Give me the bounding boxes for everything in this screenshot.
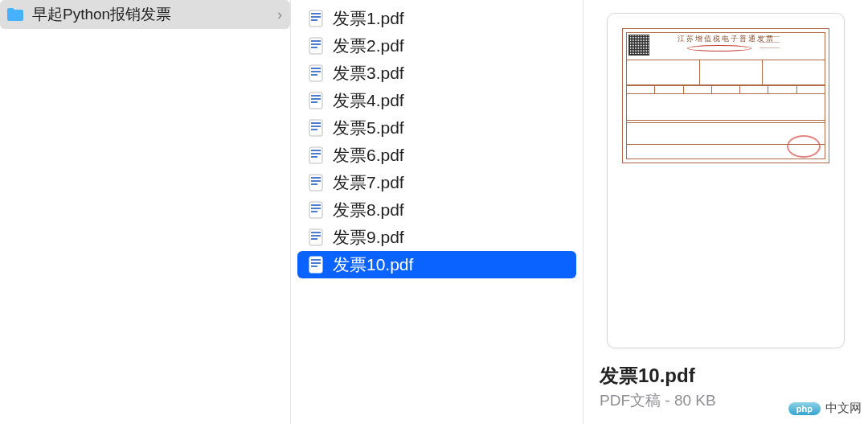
svg-rect-22 [311,153,321,154]
sidebar-item-label: 早起Python报销发票 [32,4,277,25]
file-row[interactable]: 发票3.pdf [297,60,576,87]
site-watermark: php 中文网 [788,401,862,416]
file-name: 发票5.pdf [333,117,404,139]
pdf-file-icon [307,201,325,219]
svg-rect-3 [311,19,317,21]
preview-thumbnail[interactable]: 江苏增值税电子普通发票 ——————————————— [607,13,845,348]
file-name: 发票3.pdf [333,62,404,84]
svg-rect-23 [311,156,317,158]
watermark-text: 中文网 [825,401,862,416]
svg-rect-10 [311,71,321,72]
folder-icon [6,7,24,22]
file-row[interactable]: 发票10.pdf [297,251,576,278]
pdf-file-icon [307,256,325,274]
invoice-document-icon: 江苏增值税电子普通发票 ——————————————— [622,28,829,163]
file-name: 发票2.pdf [333,35,404,57]
svg-rect-7 [311,47,317,48]
svg-rect-18 [311,126,321,127]
file-name: 发票7.pdf [333,171,404,194]
svg-rect-37 [311,259,321,261]
svg-rect-31 [311,211,317,212]
pdf-file-icon [307,228,325,246]
file-name: 发票9.pdf [333,226,404,249]
chevron-right-icon: › [277,6,282,23]
file-row[interactable]: 发票8.pdf [297,196,576,224]
file-row[interactable]: 发票4.pdf [297,87,576,114]
file-row[interactable]: 发票2.pdf [297,32,576,60]
preview-file-size: 80 KB [674,392,716,409]
file-list: 发票1.pdf 发票2.pdf 发票3.pdf 发票4.pdf 发票5.pdf … [291,0,583,424]
svg-rect-26 [311,180,321,182]
svg-rect-6 [311,43,321,45]
pdf-file-icon [307,146,325,164]
file-name: 发票10.pdf [333,253,413,276]
pdf-file-icon [307,64,325,82]
sidebar-item-folder[interactable]: 早起Python报销发票 › [0,0,290,29]
svg-rect-17 [311,122,321,124]
svg-rect-5 [311,40,321,42]
svg-rect-38 [311,262,321,264]
svg-rect-14 [311,98,321,100]
preview-filename: 发票10.pdf [600,363,855,389]
svg-rect-34 [311,235,321,237]
file-name: 发票4.pdf [333,89,404,112]
file-name: 发票6.pdf [333,144,404,167]
svg-rect-27 [311,183,317,185]
svg-rect-11 [311,74,317,76]
svg-rect-2 [311,16,321,18]
svg-rect-29 [311,204,321,206]
file-row[interactable]: 发票5.pdf [297,114,576,142]
svg-rect-25 [311,177,321,179]
file-row[interactable]: 发票7.pdf [297,169,576,196]
pdf-file-icon [307,10,325,27]
svg-rect-21 [311,150,321,151]
svg-rect-13 [311,95,321,97]
file-name: 发票8.pdf [333,199,404,221]
pdf-file-icon [307,37,325,55]
preview-file-type: PDF文稿 [600,392,661,409]
watermark-badge: php [788,402,821,415]
svg-rect-35 [311,238,317,240]
svg-rect-15 [311,101,317,103]
svg-rect-1 [311,13,321,14]
svg-rect-19 [311,129,317,130]
pdf-file-icon [307,119,325,137]
svg-rect-33 [311,232,321,233]
file-row[interactable]: 发票1.pdf [297,5,576,32]
file-name: 发票1.pdf [333,7,404,30]
svg-rect-39 [311,266,317,267]
file-row[interactable]: 发票6.pdf [297,142,576,169]
svg-rect-9 [311,68,321,69]
pdf-file-icon [307,174,325,191]
svg-rect-30 [311,208,321,209]
file-row[interactable]: 发票9.pdf [297,224,576,251]
pdf-file-icon [307,92,325,109]
